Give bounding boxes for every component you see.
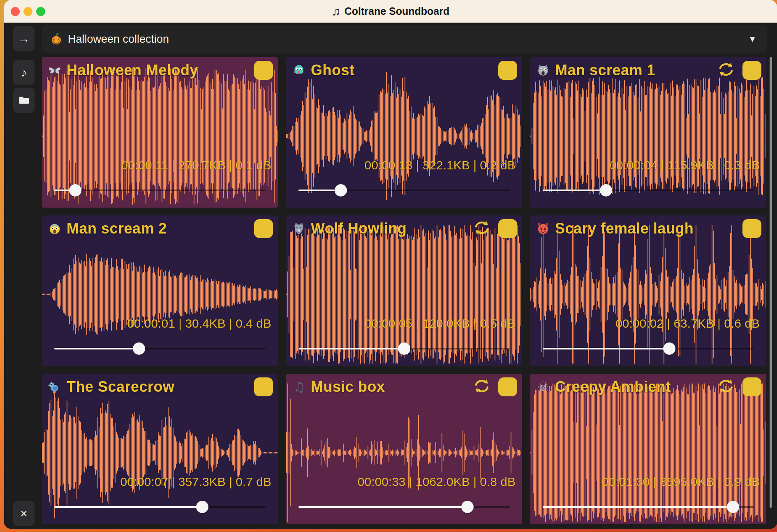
skull-icon: ☠ <box>536 380 550 394</box>
scream-face-icon <box>48 222 62 236</box>
tile-header: Ghost <box>292 61 517 80</box>
stop-button[interactable] <box>498 377 517 396</box>
slider-thumb[interactable] <box>196 501 208 513</box>
devil-icon <box>536 222 550 236</box>
tile-info: 00:01:30 | 3595.0KB | 0.9 dB <box>602 475 760 489</box>
tile-info: 00:00:04 | 115.9KB | 0.3 dB <box>610 158 760 172</box>
stop-button[interactable] <box>254 61 273 80</box>
tile-title: Music box <box>311 378 385 396</box>
sound-tile[interactable]: Ghost00:00:13 | 322.1KB | 0.2 dB <box>286 57 522 208</box>
tile-title: Scary female laugh <box>555 220 694 237</box>
slider-fill <box>54 506 202 508</box>
volume-slider[interactable] <box>54 184 266 197</box>
ghost-icon <box>292 63 306 77</box>
music-notes-icon: ♫ <box>292 380 306 394</box>
close-window-button[interactable] <box>11 7 20 16</box>
slider-track[interactable] <box>54 190 266 191</box>
bird-icon <box>48 380 62 394</box>
stop-button[interactable] <box>742 61 761 80</box>
stop-button[interactable] <box>498 61 517 80</box>
slider-fill <box>298 348 404 349</box>
volume-slider[interactable] <box>543 500 754 513</box>
tile-header: Halloween Melody <box>48 61 273 80</box>
tile-info: 00:00:11 | 270.7KB | 0.1 dB <box>121 158 271 172</box>
sound-tile[interactable]: ♫Music box00:00:33 | 1062.0KB | 0.8 dB <box>286 374 522 524</box>
minimize-window-button[interactable] <box>23 7 32 16</box>
slider-thumb[interactable] <box>727 501 739 513</box>
tile-header: The Scarecrow <box>48 377 273 396</box>
slider-thumb[interactable] <box>663 342 675 355</box>
loop-icon[interactable] <box>472 378 493 396</box>
tile-info: 00:00:01 | 30.4KB | 0.4 dB <box>127 317 271 331</box>
bat-icon <box>48 63 62 77</box>
stop-button[interactable] <box>254 219 273 238</box>
tile-info: 00:00:13 | 322.1KB | 0.2 dB <box>364 158 516 172</box>
slider-thumb[interactable] <box>133 342 145 355</box>
close-icon: × <box>21 507 28 520</box>
tile-header: Man scream 1 <box>536 61 761 80</box>
sound-tile[interactable]: Man scream 100:00:04 | 115.9KB | 0.3 dB <box>530 57 766 208</box>
sound-tile[interactable]: Man scream 200:00:01 | 30.4KB | 0.4 dB <box>42 215 278 366</box>
sound-tile[interactable]: Scary female laugh00:00:02 | 63.7KB | 0.… <box>530 215 766 366</box>
volume-slider[interactable] <box>54 342 266 355</box>
slider-fill <box>54 348 139 349</box>
slider-fill <box>543 348 669 349</box>
volume-slider[interactable] <box>298 500 510 513</box>
traffic-lights <box>11 7 45 16</box>
tile-info: 00:00:05 | 120.0KB | 0.5 dB <box>364 317 516 331</box>
close-button[interactable]: × <box>13 501 35 526</box>
slider-thumb[interactable] <box>69 184 81 197</box>
sound-tile[interactable]: Wolf Howling00:00:05 | 120.0KB | 0.5 dB <box>286 215 522 366</box>
slider-thumb[interactable] <box>398 342 410 355</box>
slider-thumb[interactable] <box>461 501 474 513</box>
collection-label: Halloween collection <box>68 33 169 46</box>
loop-icon[interactable] <box>716 61 738 79</box>
stop-button[interactable] <box>742 219 761 238</box>
volume-slider[interactable] <box>298 184 510 197</box>
stop-button[interactable] <box>742 377 761 396</box>
tile-header: Wolf Howling <box>292 219 517 238</box>
tile-header: ♫Music box <box>292 377 517 396</box>
forward-button[interactable]: → <box>13 26 35 51</box>
stop-button[interactable] <box>498 219 517 238</box>
app-window: ♫ Coltrane Soundboard → ♪ × Halloween co… <box>4 0 777 529</box>
slider-thumb[interactable] <box>335 184 347 197</box>
slider-fill <box>543 190 606 191</box>
loop-icon[interactable] <box>472 220 493 238</box>
tile-info: 00:00:33 | 1062.0KB | 0.8 dB <box>358 475 516 489</box>
tile-header: Scary female laugh <box>536 219 761 238</box>
stop-button[interactable] <box>254 377 273 396</box>
collection-dropdown[interactable]: Halloween collection ▼ <box>42 25 767 53</box>
volume-slider[interactable] <box>298 342 510 355</box>
slider-thumb[interactable] <box>600 184 612 197</box>
sounds-button[interactable]: ♪ <box>13 60 35 85</box>
volume-slider[interactable] <box>543 184 754 197</box>
tile-info: 00:00:02 | 63.7KB | 0.6 dB <box>615 317 760 331</box>
tile-title: The Scarecrow <box>67 378 175 396</box>
folder-button[interactable] <box>13 88 35 113</box>
zoom-window-button[interactable] <box>36 7 45 16</box>
tile-title: Ghost <box>311 62 355 79</box>
sound-tile[interactable]: Halloween Melody00:00:11 | 270.7KB | 0.1… <box>42 57 278 208</box>
tile-title: Halloween Melody <box>67 62 198 79</box>
pumpkin-icon <box>50 33 62 45</box>
volume-slider[interactable] <box>54 500 266 513</box>
vertical-scrollbar[interactable] <box>770 57 772 508</box>
tile-title: Creepy Ambient <box>555 378 671 396</box>
wolf-icon <box>292 222 306 236</box>
scream-cat-icon <box>536 63 550 77</box>
tile-info: 00:00:07 | 357.3KB | 0.7 dB <box>120 475 271 489</box>
tile-title: Wolf Howling <box>311 220 407 237</box>
arrow-right-icon: → <box>18 32 30 46</box>
music-note-icon: ♫ <box>332 6 340 17</box>
tile-title: Man scream 1 <box>555 62 655 79</box>
main-content: → ♪ × Halloween collection ▼ Halloween M… <box>4 23 777 529</box>
sound-tile[interactable]: The Scarecrow00:00:07 | 357.3KB | 0.7 dB <box>42 374 278 524</box>
music-note-icon: ♪ <box>21 66 27 79</box>
sound-grid: Halloween Melody00:00:11 | 270.7KB | 0.1… <box>42 57 766 524</box>
sound-tile[interactable]: ☠Creepy Ambient00:01:30 | 3595.0KB | 0.9… <box>530 374 766 524</box>
loop-icon[interactable] <box>716 378 738 396</box>
window-title-text: Coltrane Soundboard <box>345 5 450 17</box>
tile-header: ☠Creepy Ambient <box>536 377 761 396</box>
volume-slider[interactable] <box>543 342 754 355</box>
